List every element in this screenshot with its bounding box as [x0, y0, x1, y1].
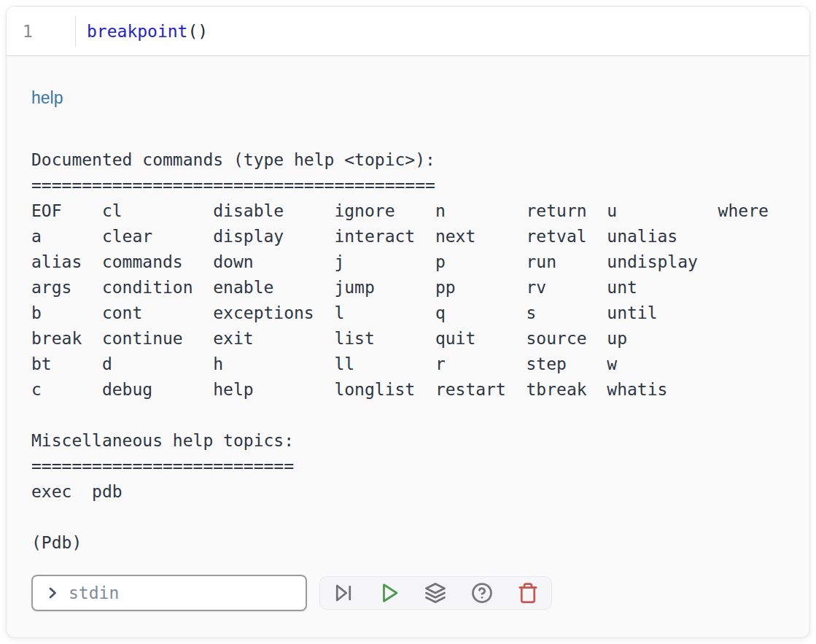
play-icon: [378, 582, 400, 604]
code-editor[interactable]: 1 breakpoint(): [7, 7, 809, 56]
delete-button[interactable]: [515, 580, 541, 606]
run-button[interactable]: [376, 580, 403, 606]
code-line[interactable]: breakpoint(): [76, 22, 208, 41]
code-token-punctuation: (): [187, 22, 208, 41]
output-pre: Documented commands (type help <topic>):…: [31, 122, 785, 556]
code-token-builtin: breakpoint: [87, 22, 187, 41]
help-button[interactable]: [469, 580, 495, 606]
stdin-input[interactable]: [67, 583, 297, 603]
toolbar: [319, 576, 552, 610]
stdin-box[interactable]: [31, 575, 307, 611]
debugger-panel: 1 breakpoint() help Documented commands …: [6, 6, 810, 638]
skip-forward-icon: [333, 582, 354, 604]
controls-row: [31, 575, 785, 611]
question-circle-icon: [471, 582, 493, 604]
layers-icon: [424, 582, 446, 604]
chevron-right-icon: [44, 585, 61, 601]
layers-button[interactable]: [422, 580, 448, 606]
trash-icon: [517, 582, 539, 604]
stdin-echo-text: help: [31, 87, 785, 109]
line-number: 1: [23, 22, 33, 41]
editor-gutter: 1: [7, 15, 76, 48]
terminal-output: help Documented commands (type help <top…: [7, 56, 809, 637]
skip-button[interactable]: [330, 580, 357, 606]
